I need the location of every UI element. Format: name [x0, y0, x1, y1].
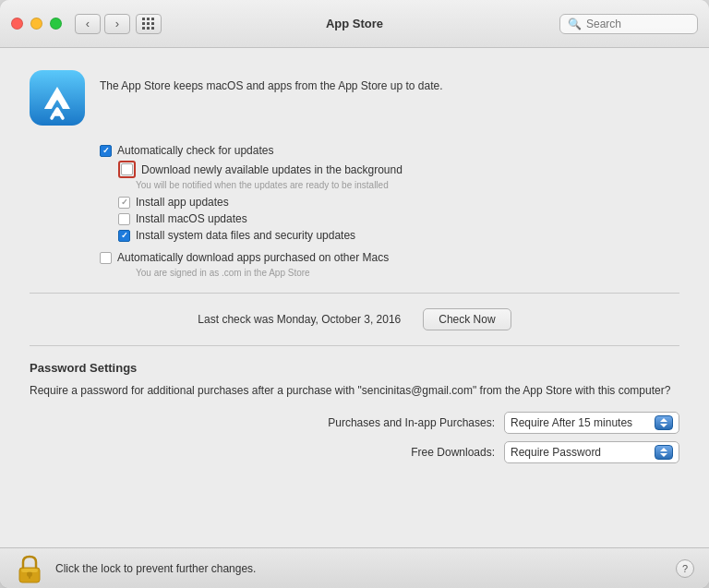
password-settings-title: Password Settings	[30, 361, 679, 375]
maximize-button[interactable]	[50, 18, 62, 30]
settings-section: ✓ Automatically check for updates Downlo…	[100, 144, 679, 278]
back-button[interactable]: ‹	[75, 14, 101, 34]
purchases-value: Require After 15 minutes	[511, 416, 632, 429]
downloads-stepper[interactable]	[655, 445, 673, 460]
downloads-value: Require Password	[511, 446, 601, 459]
install-system-row: ✓ Install system data files and security…	[118, 229, 679, 242]
minimize-button[interactable]	[30, 18, 42, 30]
purchases-label: Purchases and In-app Purchases:	[328, 416, 495, 429]
download-bg-row: Download newly available updates in the …	[118, 161, 679, 178]
purchases-down-arrow	[660, 424, 667, 427]
grid-button[interactable]	[136, 14, 162, 34]
downloads-down-arrow	[660, 453, 667, 457]
last-check-text: Last check was Monday, October 3, 2016	[198, 313, 401, 326]
install-app-checkbox[interactable]: ✓	[118, 197, 130, 209]
download-bg-label: Download newly available updates in the …	[141, 163, 403, 176]
auto-check-row: ✓ Automatically check for updates	[100, 144, 679, 157]
auto-check-checkbox[interactable]: ✓	[100, 145, 112, 157]
main-window: ‹ › App Store 🔍	[0, 0, 709, 588]
lock-description: Click the lock to prevent further change…	[55, 562, 665, 575]
auto-purchase-row: Automatically download apps purchased on…	[100, 251, 679, 264]
checkmark-icon2: ✓	[121, 232, 128, 240]
checkmark-icon: ✓	[102, 147, 110, 155]
divider-1	[30, 293, 679, 294]
close-button[interactable]	[11, 18, 23, 30]
download-bg-note: You will be notified when the updates ar…	[136, 180, 679, 190]
download-bg-border	[118, 161, 136, 178]
password-description: Require a password for additional purcha…	[30, 382, 679, 399]
search-box[interactable]: 🔍	[559, 14, 698, 34]
auto-purchase-note: You are signed in as .com in the App Sto…	[136, 268, 679, 278]
install-macos-label: Install macOS updates	[136, 212, 247, 225]
purchases-stepper[interactable]	[655, 415, 673, 430]
last-check-row: Last check was Monday, October 3, 2016 C…	[30, 308, 679, 330]
app-store-icon	[30, 70, 85, 126]
help-button[interactable]: ?	[676, 559, 694, 578]
content-area: The App Store keeps macOS and apps from …	[0, 48, 709, 547]
top-section: The App Store keeps macOS and apps from …	[30, 70, 679, 126]
downloads-up-arrow	[660, 448, 667, 451]
lock-icon	[17, 553, 42, 584]
bottom-bar: Click the lock to prevent further change…	[0, 547, 709, 588]
top-description: The App Store keeps macOS and apps from …	[100, 70, 443, 94]
check-now-button[interactable]: Check Now	[423, 308, 511, 330]
install-system-label: Install system data files and security u…	[136, 229, 355, 242]
titlebar: ‹ › App Store 🔍	[0, 0, 709, 48]
auto-purchase-checkbox[interactable]	[100, 252, 112, 264]
svg-rect-3	[29, 574, 30, 579]
downloads-row: Free Downloads: Require Password	[30, 441, 679, 463]
downloads-label: Free Downloads:	[411, 446, 495, 459]
purchases-row: Purchases and In-app Purchases: Require …	[30, 412, 679, 434]
grid-icon	[142, 18, 155, 30]
window-title: App Store	[326, 17, 383, 30]
divider-2	[30, 345, 679, 346]
auto-purchase-label: Automatically download apps purchased on…	[117, 251, 389, 264]
nav-buttons: ‹ ›	[75, 14, 130, 34]
gray-checkmark-icon: ✓	[121, 198, 128, 207]
traffic-lights	[11, 18, 62, 30]
purchases-up-arrow	[660, 418, 667, 422]
install-app-label: Install app updates	[136, 196, 229, 209]
install-macos-row: Install macOS updates	[118, 212, 679, 225]
install-app-row: ✓ Install app updates	[118, 196, 679, 209]
install-system-checkbox[interactable]: ✓	[118, 230, 130, 242]
svg-rect-4	[21, 569, 38, 572]
download-bg-checkbox[interactable]	[121, 163, 133, 175]
lock-button[interactable]	[15, 554, 44, 583]
password-settings: Password Settings Require a password for…	[30, 361, 679, 463]
purchases-select[interactable]: Require After 15 minutes	[504, 412, 679, 434]
auto-check-label: Automatically check for updates	[117, 144, 273, 157]
install-macos-checkbox[interactable]	[118, 213, 130, 225]
downloads-select[interactable]: Require Password	[504, 441, 679, 463]
search-icon: 🔍	[568, 18, 582, 30]
forward-button[interactable]: ›	[104, 14, 130, 34]
search-input[interactable]	[586, 18, 690, 30]
